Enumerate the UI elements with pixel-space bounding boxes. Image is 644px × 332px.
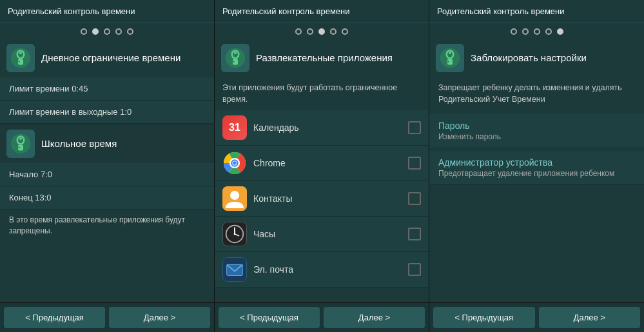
- svg-point-15: [234, 52, 237, 54]
- s2-dot-1: [295, 28, 302, 35]
- password-label: Пароль: [438, 121, 635, 131]
- school-start-item[interactable]: Начало 7:0: [0, 163, 214, 186]
- screen3-hero-icon: [436, 44, 464, 72]
- s2-dot-3: [318, 28, 325, 35]
- screen1-warning-text: В это время развлекательные приложения б…: [9, 215, 185, 235]
- time-limit-item2[interactable]: Лимит времени в выходные 1:0: [0, 101, 214, 124]
- svg-point-25: [230, 191, 239, 200]
- time-limit-label2: Лимит времени в выходные 1:0: [9, 107, 132, 117]
- screen1-prev-button[interactable]: < Предыдущая: [4, 307, 105, 328]
- screen3-desc-text: Запрещает ребенку делать изменения и уда…: [438, 83, 622, 104]
- screen3-next-button[interactable]: Далее >: [539, 307, 641, 328]
- screen3-dots: [429, 23, 644, 39]
- s3-dot-3: [534, 28, 540, 35]
- app-item-mail[interactable]: Эл. почта: [215, 252, 429, 288]
- screen2: Родительский контроль времени Развлекате…: [215, 0, 429, 332]
- s3-dot-4: [545, 28, 552, 35]
- app-item-chrome[interactable]: Chrome: [215, 146, 429, 181]
- svg-point-9: [19, 137, 22, 140]
- app-item-calendar[interactable]: 31 Календарь: [215, 110, 429, 146]
- dot-4: [115, 28, 122, 35]
- time-limit-label1: Лимит времени 0:45: [9, 84, 88, 93]
- mail-name: Эл. почта: [253, 264, 402, 275]
- mail-icon: [222, 257, 247, 282]
- screen3-password-section[interactable]: Пароль Изменить пароль: [429, 114, 644, 148]
- screen2-hero-icon: [221, 44, 249, 72]
- app-item-clock[interactable]: Часы: [215, 217, 429, 252]
- screen2-next-button[interactable]: Далее >: [324, 307, 425, 328]
- screen1-header: Родительский контроль времени: [0, 0, 214, 23]
- app-item-contacts[interactable]: Контакты: [215, 181, 429, 217]
- contacts-checkbox[interactable]: [408, 192, 421, 205]
- s3-dot-2: [522, 28, 529, 35]
- screen2-dots: [215, 23, 429, 39]
- school-hero-icon: [6, 130, 35, 158]
- screen3-hero-title: Заблокировать настройки: [471, 52, 587, 64]
- screen2-hero: Развлекательные приложения: [215, 39, 429, 77]
- screen3: Родительский контроль времени Заблокиров…: [429, 0, 644, 332]
- screen1-next-button[interactable]: Далее >: [109, 307, 210, 328]
- screen2-hero-title: Развлекательные приложения: [256, 52, 393, 64]
- contacts-name: Контакты: [253, 193, 402, 204]
- chrome-checkbox[interactable]: [408, 157, 421, 170]
- screen1-footer: < Предыдущая Далее >: [0, 302, 214, 332]
- s3-dot-1: [511, 28, 517, 35]
- svg-point-11: [18, 146, 19, 148]
- clock-icon: [222, 222, 247, 246]
- school-end-label: Конец 13:0: [9, 193, 52, 202]
- svg-point-17: [233, 61, 234, 62]
- school-hero-title: Школьное время: [41, 137, 117, 150]
- time-limit-item1[interactable]: Лимит времени 0:45: [0, 77, 214, 101]
- dot-3: [104, 28, 110, 35]
- screen3-header: Родительский контроль времени: [429, 0, 644, 23]
- svg-point-38: [447, 61, 449, 62]
- calendar-checkbox[interactable]: [408, 121, 421, 134]
- screen1: Родительский контроль времени Дневное ог…: [0, 0, 215, 332]
- screen3-footer: < Предыдущая Далее >: [429, 302, 644, 332]
- screen3-hero: Заблокировать настройки: [429, 39, 644, 77]
- password-sub: Изменить пароль: [438, 132, 635, 141]
- screen3-admin-section[interactable]: Администратор устройства Предотвращает у…: [429, 151, 644, 185]
- screen2-header: Родительский контроль времени: [215, 0, 429, 23]
- dot-2: [92, 28, 99, 35]
- admin-label: Администратор устройства: [438, 157, 635, 168]
- screen3-prev-button[interactable]: < Предыдущая: [433, 307, 535, 328]
- s3-dot-5: [557, 28, 563, 35]
- admin-sub: Предотвращает удаление приложения ребенк…: [438, 169, 635, 178]
- screen2-description: Эти приложения будут работать ограниченн…: [215, 77, 429, 110]
- screen1-hero-icon: [6, 44, 35, 72]
- mail-checkbox[interactable]: [408, 263, 421, 276]
- s2-dot-4: [330, 28, 337, 35]
- chrome-icon: [222, 151, 247, 175]
- svg-point-23: [233, 161, 236, 164]
- svg-point-36: [449, 52, 451, 54]
- screen3-title: Родительский контроль времени: [437, 6, 565, 16]
- calendar-name: Календарь: [253, 122, 402, 133]
- screen2-title: Родительский контроль времени: [222, 6, 350, 16]
- screen2-footer: < Предыдущая Далее >: [215, 302, 429, 332]
- school-hero: Школьное время: [0, 124, 214, 163]
- screen1-dots: [0, 23, 214, 39]
- contacts-icon: [222, 186, 247, 211]
- s2-dot-2: [307, 28, 313, 35]
- dot-5: [127, 28, 133, 35]
- svg-point-5: [18, 61, 19, 62]
- dot-1: [81, 28, 87, 35]
- school-start-label: Начало 7:0: [9, 170, 52, 179]
- s2-dot-5: [342, 28, 348, 35]
- clock-name: Часы: [253, 229, 402, 239]
- screen2-desc-text: Эти приложения будут работать ограниченн…: [222, 83, 397, 104]
- calendar-icon: 31: [222, 115, 247, 140]
- screen2-prev-button[interactable]: < Предыдущая: [219, 307, 320, 328]
- clock-checkbox[interactable]: [408, 228, 421, 240]
- screen1-warning: В это время развлекательные приложения б…: [0, 210, 214, 242]
- screen1-hero-title: Дневное ограничение времени: [41, 52, 181, 64]
- screen1-hero: Дневное ограничение времени: [0, 39, 214, 77]
- screen1-title: Родительский контроль времени: [8, 6, 135, 16]
- svg-point-3: [19, 52, 22, 54]
- chrome-name: Chrome: [253, 158, 402, 168]
- screen3-description: Запрещает ребенку делать изменения и уда…: [429, 77, 644, 112]
- school-end-item[interactable]: Конец 13:0: [0, 186, 214, 210]
